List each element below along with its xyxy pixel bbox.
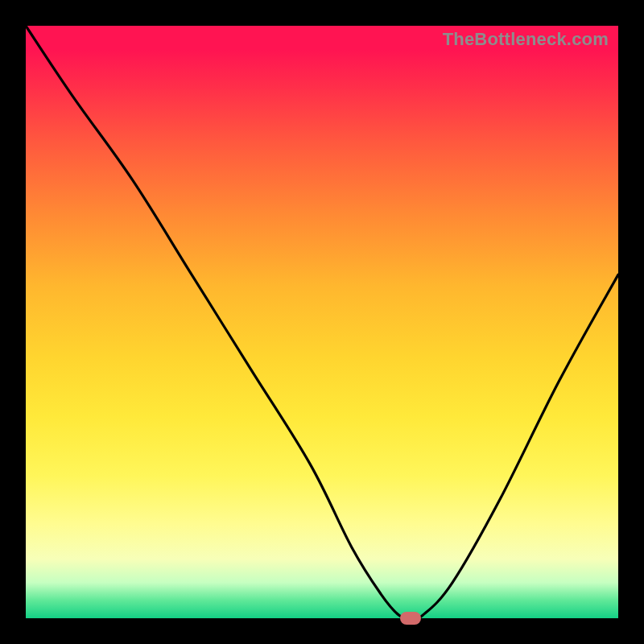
chart-frame: TheBottleneck.com bbox=[0, 0, 644, 644]
optimal-point-marker bbox=[400, 612, 421, 625]
plot-area: TheBottleneck.com bbox=[26, 26, 618, 618]
bottleneck-curve bbox=[26, 26, 618, 618]
